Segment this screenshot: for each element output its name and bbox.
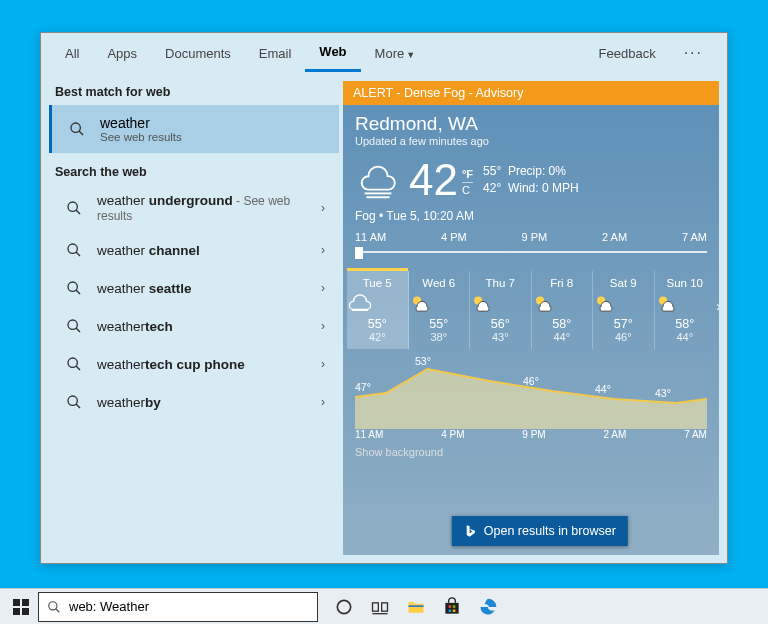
temperature-chart: 47° 53° 46° 44° 43°: [355, 357, 707, 429]
precip-label: Precip: 0%: [508, 164, 566, 178]
day-high: 55°: [409, 317, 470, 331]
taskbar: [0, 588, 768, 624]
suggestion-item[interactable]: weather seattle›: [49, 269, 339, 307]
chevron-right-icon[interactable]: ›: [315, 201, 331, 215]
suggestion-item[interactable]: weatherby›: [49, 383, 339, 421]
svg-point-12: [68, 396, 77, 405]
partly-cloudy-icon: [655, 293, 716, 313]
day-low: 38°: [409, 331, 470, 343]
bing-icon: [464, 524, 478, 538]
day-low: 44°: [655, 331, 716, 343]
edge-icon[interactable]: [470, 589, 506, 625]
day-label: Thu 7: [470, 277, 531, 289]
day-high: 58°: [655, 317, 716, 331]
taskbar-search-box[interactable]: [38, 592, 318, 622]
current-temperature: 42: [409, 158, 458, 202]
chevron-right-icon[interactable]: ›: [315, 357, 331, 371]
time-label: 11 AM: [355, 231, 386, 243]
show-background-link[interactable]: Show background: [343, 442, 719, 464]
svg-line-3: [76, 210, 80, 214]
day-label: Sun 10: [655, 277, 716, 289]
forecast-day[interactable]: Sun 1058°44°: [655, 271, 716, 349]
svg-line-13: [76, 404, 80, 408]
day-low: 44°: [532, 331, 593, 343]
svg-rect-36: [453, 609, 456, 612]
condition-line: Fog • Tue 5, 10:20 AM: [343, 207, 719, 231]
svg-line-9: [76, 328, 80, 332]
weather-alert-banner[interactable]: ALERT - Dense Fog - Advisory: [343, 81, 719, 105]
open-in-browser-button[interactable]: Open results in browser: [452, 516, 628, 546]
chart-label-43: 43°: [655, 387, 671, 399]
hourly-slider[interactable]: 11 AM4 PM9 PM2 AM7 AM: [343, 231, 719, 263]
taskbar-search-input[interactable]: [69, 599, 309, 614]
file-explorer-icon[interactable]: [398, 589, 434, 625]
suggestion-text: weathertech: [97, 319, 315, 334]
svg-rect-35: [449, 609, 452, 612]
fog-icon: [347, 293, 408, 313]
svg-line-27: [56, 608, 60, 612]
weather-updated: Updated a few minutes ago: [355, 135, 707, 147]
best-match-item[interactable]: weather See web results: [49, 105, 339, 153]
tab-web[interactable]: Web: [305, 34, 360, 72]
suggestion-item[interactable]: weather channel›: [49, 231, 339, 269]
suggestion-item[interactable]: weathertech cup phone›: [49, 345, 339, 383]
forecast-day[interactable]: Sat 957°46°: [593, 271, 655, 349]
chevron-right-icon[interactable]: ›: [315, 243, 331, 257]
suggestion-item[interactable]: weathertech›: [49, 307, 339, 345]
tab-apps[interactable]: Apps: [93, 36, 151, 71]
slider-track[interactable]: [355, 245, 707, 259]
forecast-day[interactable]: Wed 655°38°: [409, 271, 471, 349]
chart-x-label: 11 AM: [355, 429, 383, 440]
svg-rect-32: [445, 602, 458, 613]
day-high: 56°: [470, 317, 531, 331]
chart-x-labels: 11 AM4 PM9 PM2 AM7 AM: [343, 429, 719, 442]
svg-point-10: [68, 358, 77, 367]
slider-thumb[interactable]: [355, 247, 363, 259]
chevron-right-icon[interactable]: ›: [315, 319, 331, 333]
today-high: 55°: [483, 164, 501, 178]
daily-forecast-row: Tue 555°42°Wed 655°38°Thu 756°43°Fri 858…: [347, 271, 715, 349]
svg-point-2: [68, 202, 77, 211]
search-icon: [63, 315, 85, 337]
tab-all[interactable]: All: [51, 36, 93, 71]
unit-fahrenheit[interactable]: °F: [462, 167, 473, 183]
search-icon: [63, 353, 85, 375]
feedback-link[interactable]: Feedback: [585, 36, 670, 71]
svg-line-5: [76, 252, 80, 256]
forecast-day[interactable]: Thu 756°43°: [470, 271, 532, 349]
chart-label-53: 53°: [415, 355, 431, 367]
forecast-day[interactable]: Tue 555°42°: [347, 271, 409, 349]
microsoft-store-icon[interactable]: [434, 589, 470, 625]
suggestion-text: weather seattle: [97, 281, 315, 296]
day-label: Fri 8: [532, 277, 593, 289]
more-options-icon[interactable]: ···: [670, 34, 717, 72]
best-match-label: Best match for web: [49, 81, 339, 105]
suggestion-item[interactable]: weather underground - See web results›: [49, 185, 339, 231]
svg-rect-34: [453, 605, 456, 608]
unit-celsius[interactable]: C: [462, 183, 473, 197]
chevron-right-icon[interactable]: ›: [315, 395, 331, 409]
tab-email[interactable]: Email: [245, 36, 306, 71]
task-view-icon[interactable]: [362, 589, 398, 625]
time-label: 9 PM: [522, 231, 548, 243]
suggestion-text: weather channel: [97, 243, 315, 258]
chevron-right-icon[interactable]: ›: [716, 298, 719, 314]
tab-more-label: More: [375, 46, 405, 61]
svg-rect-30: [382, 602, 388, 610]
cortana-icon[interactable]: [326, 589, 362, 625]
partly-cloudy-icon: [470, 293, 531, 313]
tab-documents[interactable]: Documents: [151, 36, 245, 71]
forecast-day[interactable]: Fri 858°44°: [532, 271, 594, 349]
svg-point-8: [68, 320, 77, 329]
svg-line-7: [76, 290, 80, 294]
weather-card: ALERT - Dense Fog - Advisory Redmond, WA…: [343, 81, 719, 555]
chevron-right-icon[interactable]: ›: [315, 281, 331, 295]
fog-icon: [355, 157, 401, 203]
start-button[interactable]: [4, 589, 38, 625]
day-label: Tue 5: [347, 277, 408, 289]
day-high: 57°: [593, 317, 654, 331]
best-match-title: weather: [100, 115, 182, 131]
chart-x-label: 7 AM: [684, 429, 707, 440]
svg-line-11: [76, 366, 80, 370]
tab-more[interactable]: More▼: [361, 36, 430, 71]
